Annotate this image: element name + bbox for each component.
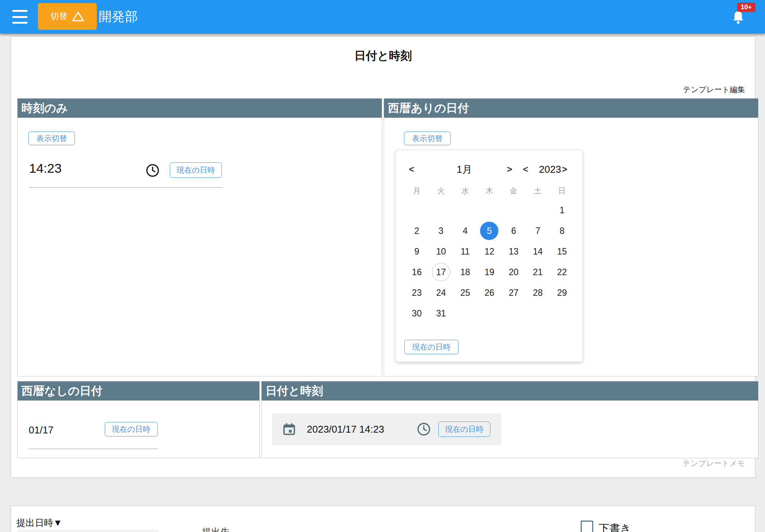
calendar-weekday-label: 土 bbox=[526, 184, 550, 198]
warning-triangle-icon bbox=[72, 11, 84, 22]
calendar-day[interactable]: 28 bbox=[529, 284, 547, 302]
date-field[interactable]: 01/17 bbox=[29, 424, 54, 436]
time-field[interactable]: 14:23 bbox=[29, 161, 62, 176]
calendar-weekday-label: 日 bbox=[550, 184, 574, 198]
calendar-day[interactable]: 11 bbox=[456, 242, 474, 261]
calendar-weekday-label: 月 bbox=[405, 184, 429, 198]
calendar-day[interactable]: 10 bbox=[432, 242, 450, 261]
next-month-button[interactable]: > bbox=[503, 162, 516, 177]
current-datetime-button[interactable]: 現在の日時 bbox=[404, 340, 459, 354]
panel-date-no-year: 西暦なしの日付 01/17 現在の日時 bbox=[17, 381, 260, 458]
display-toggle-button[interactable]: 表示切替 bbox=[404, 131, 451, 145]
calendar-day[interactable]: 17 bbox=[432, 263, 450, 281]
template-memo-label: テンプレートメモ bbox=[683, 458, 745, 469]
app-header: 切替 開発部 10+ bbox=[0, 0, 765, 34]
calendar-day[interactable]: 20 bbox=[505, 263, 523, 281]
panel-date-with-year: 西暦ありの日付 表示切替 < 1月 > < 2023 > 月火水木金土日 123… bbox=[384, 98, 758, 376]
notification-bell-icon[interactable] bbox=[731, 10, 745, 25]
calendar-empty-cell bbox=[477, 200, 501, 221]
panel-time-only: 時刻のみ 表示切替 14:23 現在の日時 bbox=[17, 98, 382, 376]
panel-time-only-title: 時刻のみ bbox=[18, 99, 382, 118]
calendar-day[interactable]: 29 bbox=[553, 284, 571, 302]
calendar-day[interactable]: 1 bbox=[553, 201, 571, 219]
calendar-weekday-label: 火 bbox=[429, 184, 453, 198]
calendar-weekday-label: 水 bbox=[453, 184, 477, 198]
calendar-days: 1234567891011121314151617181920212223242… bbox=[405, 200, 574, 324]
calendar-weekday-label: 金 bbox=[501, 184, 526, 198]
datetime-value: 2023/01/17 14:23 bbox=[307, 423, 384, 435]
calendar-empty-cell bbox=[429, 200, 453, 221]
calendar-day[interactable]: 18 bbox=[456, 263, 474, 281]
menu-icon[interactable] bbox=[12, 10, 28, 24]
submit-to-label: 提出先 bbox=[202, 526, 230, 532]
calendar-empty-cell bbox=[526, 200, 550, 221]
draft-checkbox-label: 下書き bbox=[599, 521, 631, 532]
prev-month-button[interactable]: < bbox=[405, 162, 418, 177]
submission-list-card: 提出日時▼ 提出先 下書き bbox=[11, 506, 755, 532]
calendar-day[interactable]: 14 bbox=[529, 242, 547, 261]
clock-icon[interactable] bbox=[146, 164, 160, 177]
notification-badge: 10+ bbox=[737, 3, 755, 12]
calendar-day[interactable]: 12 bbox=[480, 242, 498, 261]
field-underline bbox=[29, 449, 158, 449]
form-preview-card: 日付と時刻 テンプレート編集 時刻のみ 表示切替 14:23 現在の日時 西暦あ… bbox=[11, 36, 755, 478]
calendar-day[interactable]: 19 bbox=[480, 263, 498, 281]
current-datetime-button[interactable]: 現在の日時 bbox=[438, 422, 490, 437]
calendar-day[interactable]: 4 bbox=[456, 222, 474, 240]
panel-date-time-title: 日付と時刻 bbox=[262, 381, 758, 401]
calendar-icon bbox=[282, 422, 296, 436]
app-title: 開発部 bbox=[99, 0, 138, 34]
org-switch-label: 切替 bbox=[50, 11, 67, 22]
next-year-button[interactable]: > bbox=[558, 162, 571, 177]
current-datetime-button[interactable]: 現在の日時 bbox=[170, 162, 222, 178]
calendar-day[interactable]: 15 bbox=[553, 242, 571, 261]
template-edit-link[interactable]: テンプレート編集 bbox=[683, 84, 745, 95]
calendar-day[interactable]: 30 bbox=[408, 304, 426, 323]
calendar-weekdays: 月火水木金土日 bbox=[405, 184, 574, 198]
calendar-empty-cell bbox=[453, 200, 477, 221]
draft-checkbox[interactable] bbox=[581, 521, 593, 532]
calendar-day[interactable]: 22 bbox=[553, 263, 571, 281]
display-toggle-button[interactable]: 表示切替 bbox=[28, 131, 75, 145]
panel-date-with-year-title: 西暦ありの日付 bbox=[384, 99, 758, 118]
calendar-empty-cell bbox=[501, 200, 526, 221]
clock-icon bbox=[417, 422, 431, 436]
org-switch-button[interactable]: 切替 bbox=[38, 3, 97, 30]
calendar-weekday-label: 木 bbox=[477, 184, 501, 198]
calendar-day[interactable]: 6 bbox=[505, 222, 523, 240]
calendar-day[interactable]: 13 bbox=[505, 242, 523, 261]
calendar-day[interactable]: 23 bbox=[408, 284, 426, 302]
calendar-day[interactable]: 25 bbox=[456, 284, 474, 302]
calendar-day[interactable]: 3 bbox=[432, 222, 450, 240]
panel-date-time: 日付と時刻 2023/01/17 14:23 現在の日時 bbox=[261, 381, 758, 458]
calendar-nav: < 1月 > < 2023 > bbox=[396, 162, 583, 177]
calendar-day[interactable]: 31 bbox=[432, 304, 450, 323]
field-underline bbox=[29, 187, 222, 188]
calendar-month-label: 1月 bbox=[430, 162, 499, 177]
submit-datetime-sort-header[interactable]: 提出日時▼ bbox=[16, 517, 62, 529]
calendar-empty-cell bbox=[405, 200, 429, 221]
calendar-day[interactable]: 9 bbox=[408, 242, 426, 261]
calendar-day[interactable]: 7 bbox=[529, 222, 547, 240]
submit-datetime-value-pill bbox=[16, 530, 159, 532]
panel-date-no-year-title: 西暦なしの日付 bbox=[18, 381, 259, 401]
page-title: 日付と時刻 bbox=[11, 48, 755, 64]
calendar-day[interactable]: 24 bbox=[432, 284, 450, 302]
datetime-field[interactable]: 2023/01/17 14:23 現在の日時 bbox=[272, 413, 501, 445]
calendar-day[interactable]: 26 bbox=[480, 284, 498, 302]
calendar-day[interactable]: 5 bbox=[480, 222, 498, 240]
calendar-day[interactable]: 2 bbox=[408, 222, 426, 240]
calendar-day[interactable]: 27 bbox=[505, 284, 523, 302]
date-picker-popup: < 1月 > < 2023 > 月火水木金土日 1234567891011121… bbox=[395, 150, 583, 362]
calendar-day[interactable]: 16 bbox=[408, 263, 426, 281]
calendar-day[interactable]: 8 bbox=[553, 222, 571, 240]
calendar-day[interactable]: 21 bbox=[529, 263, 547, 281]
current-datetime-button[interactable]: 現在の日時 bbox=[105, 422, 158, 436]
